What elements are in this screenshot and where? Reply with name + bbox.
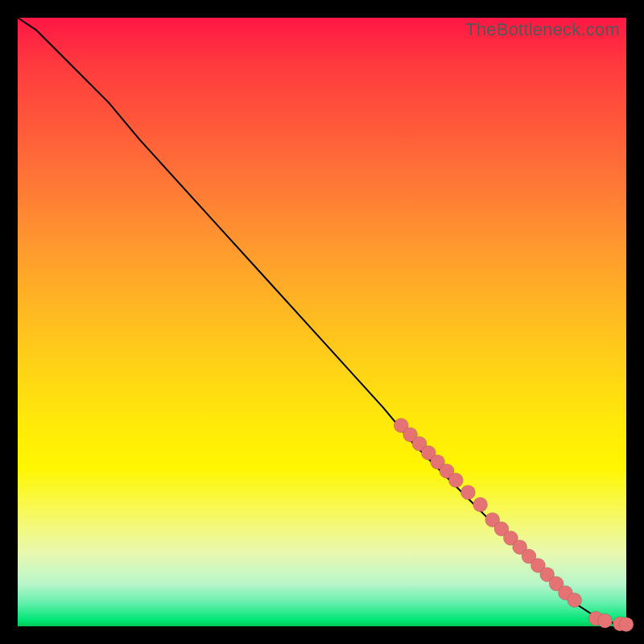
chart-frame: TheBottleneck.com xyxy=(0,0,644,644)
data-point-marker xyxy=(619,617,634,632)
data-point-marker xyxy=(568,593,582,608)
data-point-marker xyxy=(460,485,475,500)
data-point-marker xyxy=(598,613,613,628)
marker-group xyxy=(394,419,634,632)
chart-svg xyxy=(18,18,626,626)
plot-area: TheBottleneck.com xyxy=(18,18,626,626)
data-point-marker xyxy=(473,497,488,512)
curve-line xyxy=(18,18,626,625)
data-point-marker xyxy=(448,473,463,488)
